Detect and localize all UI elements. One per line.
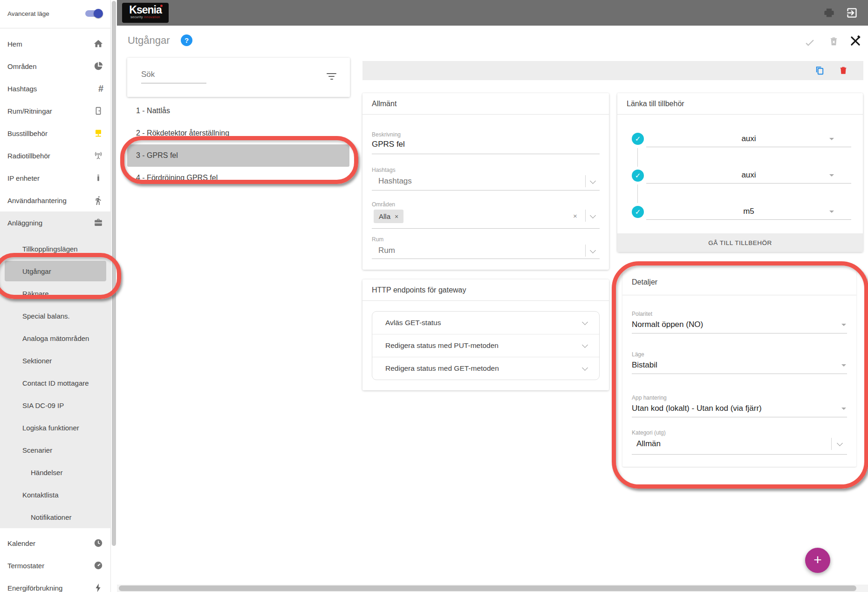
sidebar-item-anvandarhantering[interactable]: Användarhantering	[0, 189, 110, 211]
sidebar-item-busstillbehor[interactable]: Busstillbehör	[0, 122, 110, 144]
dropdown-arrow-icon[interactable]	[841, 324, 846, 328]
sidebar-item-label: Rum/Ritningar	[7, 107, 52, 115]
omraden-chip[interactable]: Alla×	[374, 210, 403, 223]
sidebar-item-radiotillbehor[interactable]: Radiotillbehör	[0, 144, 110, 167]
sidebar-item-label: Special balans.	[22, 312, 70, 320]
sidebar-item-sia-dc-09-ip[interactable]: SIA DC-09 IP	[0, 394, 110, 416]
accessory-check-icon[interactable]: ✓	[632, 170, 644, 182]
hash-icon: #	[98, 83, 103, 94]
dropdown-arrow-icon[interactable]	[841, 408, 846, 412]
field-divider	[585, 210, 586, 222]
lage-value[interactable]: Bistabil	[632, 361, 657, 370]
gauge-icon	[93, 560, 103, 571]
accessory-value[interactable]: m5	[646, 207, 851, 216]
print-icon[interactable]	[823, 7, 835, 19]
beskrivning-value[interactable]: GPRS fel	[372, 140, 405, 149]
clear-icon[interactable]: ×	[573, 212, 577, 220]
sidebar-item-kalender[interactable]: Kalender	[0, 532, 110, 554]
dropdown-arrow-icon[interactable]	[841, 364, 846, 369]
field-underline	[632, 374, 847, 374]
sidebar-item-label: Anläggning	[7, 219, 42, 227]
chevron-down-icon[interactable]	[590, 178, 596, 184]
sidebar-item-termostater[interactable]: Termostater	[0, 554, 110, 577]
polaritet-label: Polaritet	[632, 311, 652, 317]
polaritet-value[interactable]: Normalt öppen (NO)	[632, 320, 703, 329]
chevron-down-icon[interactable]	[837, 440, 843, 446]
accessory-check-icon[interactable]: ✓	[632, 206, 644, 218]
field-underline	[646, 147, 851, 147]
sidebar-item-sektioner[interactable]: Sektioner	[0, 349, 110, 372]
copy-icon[interactable]	[814, 65, 825, 76]
chip-remove-icon[interactable]: ×	[395, 213, 398, 220]
sidebar-item-omraden[interactable]: Områden	[0, 55, 110, 77]
sidebar-item-label: Analoga mätområden	[22, 334, 89, 342]
sidebar-item-kontaktlista[interactable]: Kontaktlista	[0, 483, 110, 506]
delete-icon[interactable]	[838, 65, 848, 75]
dropdown-arrow-icon[interactable]	[829, 174, 834, 179]
accordion-row-get-method[interactable]: Redigera status med GET-metoden	[372, 357, 599, 380]
search-input[interactable]	[141, 68, 206, 83]
horizontal-scrollbar-thumb[interactable]	[119, 585, 856, 591]
output-list-item[interactable]: 1 - Nattlås	[127, 100, 349, 122]
accordion-row-put-method[interactable]: Redigera status med PUT-metoden	[372, 334, 599, 357]
sidebar-item-utgangar[interactable]: Utgångar	[0, 260, 110, 282]
output-list-item-selected[interactable]: 3 - GPRS fel	[127, 144, 349, 167]
sidebar-item-analoga-matomraden[interactable]: Analoga mätområden	[0, 327, 110, 349]
sidebar-item-raknare[interactable]: Räknare	[0, 282, 110, 305]
sidebar-item-tillkopplingslagen[interactable]: Tillkopplingslägen	[0, 238, 110, 260]
chevron-down-icon	[582, 319, 588, 325]
beskrivning-label: Beskrivning	[372, 131, 401, 138]
sidebar-item-hashtags[interactable]: Hashtags #	[0, 77, 110, 100]
horizontal-scrollbar-track[interactable]	[117, 585, 868, 592]
tools-icon[interactable]	[849, 34, 862, 48]
rum-label: Rum	[372, 236, 383, 243]
logout-icon[interactable]	[846, 7, 858, 19]
sidebar-item-hem[interactable]: Hem	[0, 33, 110, 55]
hashtags-placeholder[interactable]: Hashtags	[378, 177, 412, 186]
chevron-down-icon	[582, 342, 588, 348]
sidebar-item-rum-ritningar[interactable]: Rum/Ritningar	[0, 100, 110, 122]
chip-label: Alla	[379, 212, 390, 220]
go-to-accessory-button[interactable]: GÅ TILL TILLBEHÖR	[617, 233, 863, 252]
clock-icon	[93, 538, 103, 548]
output-list-item[interactable]: 2 - Rökdetektor återställning	[127, 122, 349, 144]
confirm-check-icon[interactable]	[804, 36, 816, 48]
walking-person-icon	[93, 195, 103, 205]
sidebar-item-energiforbrukning[interactable]: Energiförbrukning	[0, 577, 110, 592]
sidebar-scrollbar[interactable]	[112, 1, 116, 546]
kategori-value[interactable]: Allmän	[636, 439, 661, 449]
accordion-label: Avläs GET-status	[385, 319, 441, 327]
sidebar-item-notifikationer[interactable]: Notifikationer	[0, 506, 110, 528]
sidebar-item-scenarier[interactable]: Scenarier	[0, 439, 110, 461]
sidebar-item-special-balans[interactable]: Special balans.	[0, 305, 110, 327]
accessory-connector-line	[637, 148, 638, 167]
delete-all-icon[interactable]	[828, 35, 840, 47]
sidebar-item-anlaggning[interactable]: Anläggning	[0, 211, 110, 234]
chevron-down-icon	[582, 365, 588, 371]
accessory-check-icon[interactable]: ✓	[632, 133, 644, 145]
detaljer-panel: Detaljer Polaritet Normalt öppen (NO) Lä…	[622, 270, 856, 467]
sidebar-item-logiska-funktioner[interactable]: Logiska funktioner	[0, 416, 110, 439]
sidebar-item-ip-enheter[interactable]: IP enheter	[0, 167, 110, 189]
filter-icon[interactable]	[327, 73, 337, 81]
dropdown-arrow-icon[interactable]	[829, 138, 834, 143]
dropdown-arrow-icon[interactable]	[829, 211, 834, 215]
help-icon[interactable]: ?	[181, 34, 192, 46]
accessory-value[interactable]: auxi	[646, 134, 851, 143]
advanced-mode-toggle[interactable]	[85, 10, 102, 17]
sidebar-item-label: Notifikationer	[31, 513, 72, 521]
app-hantering-value[interactable]: Utan kod (lokalt) - Utan kod (via fjärr)	[632, 404, 762, 413]
http-panel-title: HTTP endpoints för gateway	[362, 279, 609, 301]
accessory-value[interactable]: auxi	[646, 170, 851, 180]
sidebar-item-label: Busstillbehör	[7, 129, 48, 137]
chevron-down-icon[interactable]	[590, 212, 596, 218]
accordion-row-get-status[interactable]: Avläs GET-status	[372, 312, 599, 334]
sidebar-item-handelser[interactable]: Händelser	[0, 461, 110, 483]
output-list-item[interactable]: 4 - Fördröjning GPRS fel	[127, 167, 349, 189]
rum-placeholder[interactable]: Rum	[378, 246, 395, 255]
chevron-down-icon[interactable]	[590, 247, 596, 253]
sidebar-item-contact-id-mottagare[interactable]: Contact ID mottagare	[0, 372, 110, 394]
sidebar-divider	[0, 28, 110, 28]
add-output-fab[interactable]: +	[805, 548, 830, 573]
sidebar-item-label: Händelser	[31, 469, 62, 476]
